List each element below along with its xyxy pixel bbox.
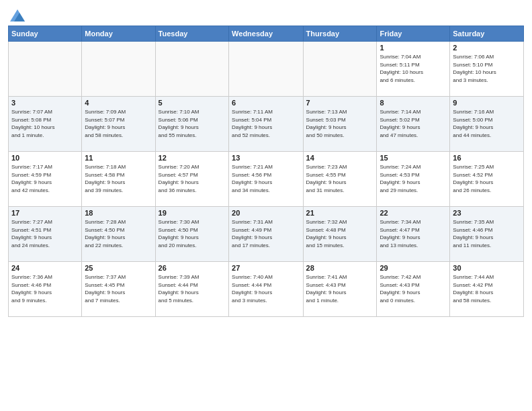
day-number: 25 bbox=[85, 264, 152, 272]
day-info: Sunrise: 7:24 AMSunset: 4:53 PMDaylight:… bbox=[380, 163, 447, 194]
day-info: Sunrise: 7:34 AMSunset: 4:47 PMDaylight:… bbox=[380, 218, 447, 249]
calendar-day: 11Sunrise: 7:18 AMSunset: 4:58 PMDayligh… bbox=[82, 152, 155, 207]
day-number: 6 bbox=[232, 99, 300, 107]
logo bbox=[8, 9, 25, 21]
calendar-day: 5Sunrise: 7:10 AMSunset: 5:06 PMDaylight… bbox=[155, 97, 228, 152]
day-number: 2 bbox=[453, 44, 521, 52]
calendar-day: 21Sunrise: 7:32 AMSunset: 4:48 PMDayligh… bbox=[303, 207, 377, 262]
calendar-day: 19Sunrise: 7:30 AMSunset: 4:50 PMDayligh… bbox=[155, 207, 228, 262]
weekday-header-row: SundayMondayTuesdayWednesdayThursdayFrid… bbox=[9, 26, 524, 42]
day-info: Sunrise: 7:30 AMSunset: 4:50 PMDaylight:… bbox=[159, 218, 226, 249]
day-number: 4 bbox=[85, 99, 152, 107]
day-info: Sunrise: 7:31 AMSunset: 4:49 PMDaylight:… bbox=[232, 218, 300, 249]
calendar-day: 9Sunrise: 7:16 AMSunset: 5:00 PMDaylight… bbox=[450, 97, 524, 152]
day-info: Sunrise: 7:39 AMSunset: 4:44 PMDaylight:… bbox=[159, 273, 226, 304]
day-info: Sunrise: 7:41 AMSunset: 4:43 PMDaylight:… bbox=[306, 273, 374, 304]
calendar-day: 3Sunrise: 7:07 AMSunset: 5:08 PMDaylight… bbox=[9, 97, 82, 152]
day-number: 7 bbox=[306, 99, 374, 107]
day-info: Sunrise: 7:11 AMSunset: 5:04 PMDaylight:… bbox=[232, 108, 300, 139]
day-info: Sunrise: 7:28 AMSunset: 4:50 PMDaylight:… bbox=[85, 218, 152, 249]
calendar-day bbox=[9, 42, 82, 97]
day-number: 18 bbox=[85, 209, 152, 217]
day-number: 17 bbox=[11, 209, 79, 217]
calendar-day: 7Sunrise: 7:13 AMSunset: 5:03 PMDaylight… bbox=[303, 97, 377, 152]
calendar-day: 23Sunrise: 7:35 AMSunset: 4:46 PMDayligh… bbox=[450, 207, 524, 262]
day-info: Sunrise: 7:35 AMSunset: 4:46 PMDaylight:… bbox=[453, 218, 521, 249]
day-number: 21 bbox=[306, 209, 374, 217]
weekday-header-wednesday: Wednesday bbox=[229, 26, 303, 42]
calendar-day: 24Sunrise: 7:36 AMSunset: 4:46 PMDayligh… bbox=[9, 262, 82, 317]
calendar-day: 20Sunrise: 7:31 AMSunset: 4:49 PMDayligh… bbox=[229, 207, 303, 262]
day-info: Sunrise: 7:20 AMSunset: 4:57 PMDaylight:… bbox=[159, 163, 226, 194]
day-info: Sunrise: 7:10 AMSunset: 5:06 PMDaylight:… bbox=[159, 108, 226, 139]
weekday-header-thursday: Thursday bbox=[303, 26, 377, 42]
day-number: 13 bbox=[232, 154, 300, 162]
day-number: 8 bbox=[380, 99, 447, 107]
day-number: 16 bbox=[453, 154, 521, 162]
day-info: Sunrise: 7:23 AMSunset: 4:55 PMDaylight:… bbox=[306, 163, 374, 194]
calendar-week-row: 1Sunrise: 7:04 AMSunset: 5:11 PMDaylight… bbox=[9, 42, 524, 97]
weekday-header-monday: Monday bbox=[82, 26, 155, 42]
calendar-week-row: 3Sunrise: 7:07 AMSunset: 5:08 PMDaylight… bbox=[9, 97, 524, 152]
calendar-day bbox=[303, 42, 377, 97]
day-info: Sunrise: 7:36 AMSunset: 4:46 PMDaylight:… bbox=[11, 273, 79, 304]
calendar-day: 4Sunrise: 7:09 AMSunset: 5:07 PMDaylight… bbox=[82, 97, 155, 152]
calendar-day: 1Sunrise: 7:04 AMSunset: 5:11 PMDaylight… bbox=[377, 42, 450, 97]
calendar-day bbox=[155, 42, 228, 97]
calendar-day: 2Sunrise: 7:06 AMSunset: 5:10 PMDaylight… bbox=[450, 42, 524, 97]
day-info: Sunrise: 7:04 AMSunset: 5:11 PMDaylight:… bbox=[380, 53, 447, 84]
calendar-day: 13Sunrise: 7:21 AMSunset: 4:56 PMDayligh… bbox=[229, 152, 303, 207]
day-info: Sunrise: 7:14 AMSunset: 5:02 PMDaylight:… bbox=[380, 108, 447, 139]
calendar: SundayMondayTuesdayWednesdayThursdayFrid… bbox=[8, 26, 524, 317]
day-info: Sunrise: 7:09 AMSunset: 5:07 PMDaylight:… bbox=[85, 108, 152, 139]
calendar-day: 28Sunrise: 7:41 AMSunset: 4:43 PMDayligh… bbox=[303, 262, 377, 317]
day-info: Sunrise: 7:17 AMSunset: 4:59 PMDaylight:… bbox=[11, 163, 79, 194]
day-info: Sunrise: 7:07 AMSunset: 5:08 PMDaylight:… bbox=[11, 108, 79, 139]
day-info: Sunrise: 7:06 AMSunset: 5:10 PMDaylight:… bbox=[453, 53, 521, 84]
day-info: Sunrise: 7:18 AMSunset: 4:58 PMDaylight:… bbox=[85, 163, 152, 194]
calendar-day: 18Sunrise: 7:28 AMSunset: 4:50 PMDayligh… bbox=[82, 207, 155, 262]
calendar-day bbox=[82, 42, 155, 97]
day-number: 29 bbox=[380, 264, 447, 272]
day-number: 27 bbox=[232, 264, 300, 272]
day-number: 23 bbox=[453, 209, 521, 217]
day-number: 28 bbox=[306, 264, 374, 272]
weekday-header-saturday: Saturday bbox=[450, 26, 524, 42]
day-number: 10 bbox=[11, 154, 79, 162]
day-number: 14 bbox=[306, 154, 374, 162]
day-info: Sunrise: 7:37 AMSunset: 4:45 PMDaylight:… bbox=[85, 273, 152, 304]
calendar-week-row: 24Sunrise: 7:36 AMSunset: 4:46 PMDayligh… bbox=[9, 262, 524, 317]
day-number: 19 bbox=[159, 209, 226, 217]
calendar-day: 12Sunrise: 7:20 AMSunset: 4:57 PMDayligh… bbox=[155, 152, 228, 207]
day-info: Sunrise: 7:44 AMSunset: 4:42 PMDaylight:… bbox=[453, 273, 521, 304]
day-number: 24 bbox=[11, 264, 79, 272]
day-number: 30 bbox=[453, 264, 521, 272]
day-number: 22 bbox=[380, 209, 447, 217]
calendar-day: 10Sunrise: 7:17 AMSunset: 4:59 PMDayligh… bbox=[9, 152, 82, 207]
calendar-week-row: 17Sunrise: 7:27 AMSunset: 4:51 PMDayligh… bbox=[9, 207, 524, 262]
day-number: 26 bbox=[159, 264, 226, 272]
calendar-day: 30Sunrise: 7:44 AMSunset: 4:42 PMDayligh… bbox=[450, 262, 524, 317]
header bbox=[8, 7, 524, 21]
calendar-day bbox=[229, 42, 303, 97]
weekday-header-sunday: Sunday bbox=[9, 26, 82, 42]
day-number: 12 bbox=[159, 154, 226, 162]
day-info: Sunrise: 7:13 AMSunset: 5:03 PMDaylight:… bbox=[306, 108, 374, 139]
day-info: Sunrise: 7:27 AMSunset: 4:51 PMDaylight:… bbox=[11, 218, 79, 249]
day-number: 11 bbox=[85, 154, 152, 162]
calendar-day: 8Sunrise: 7:14 AMSunset: 5:02 PMDaylight… bbox=[377, 97, 450, 152]
calendar-day: 16Sunrise: 7:25 AMSunset: 4:52 PMDayligh… bbox=[450, 152, 524, 207]
page-container: SundayMondayTuesdayWednesdayThursdayFrid… bbox=[0, 0, 532, 411]
weekday-header-tuesday: Tuesday bbox=[155, 26, 228, 42]
calendar-day: 29Sunrise: 7:42 AMSunset: 4:43 PMDayligh… bbox=[377, 262, 450, 317]
day-number: 5 bbox=[159, 99, 226, 107]
day-info: Sunrise: 7:21 AMSunset: 4:56 PMDaylight:… bbox=[232, 163, 300, 194]
day-info: Sunrise: 7:25 AMSunset: 4:52 PMDaylight:… bbox=[453, 163, 521, 194]
calendar-day: 6Sunrise: 7:11 AMSunset: 5:04 PMDaylight… bbox=[229, 97, 303, 152]
calendar-day: 15Sunrise: 7:24 AMSunset: 4:53 PMDayligh… bbox=[377, 152, 450, 207]
weekday-header-friday: Friday bbox=[377, 26, 450, 42]
day-info: Sunrise: 7:40 AMSunset: 4:44 PMDaylight:… bbox=[232, 273, 300, 304]
day-number: 20 bbox=[232, 209, 300, 217]
day-number: 3 bbox=[11, 99, 79, 107]
calendar-day: 17Sunrise: 7:27 AMSunset: 4:51 PMDayligh… bbox=[9, 207, 82, 262]
